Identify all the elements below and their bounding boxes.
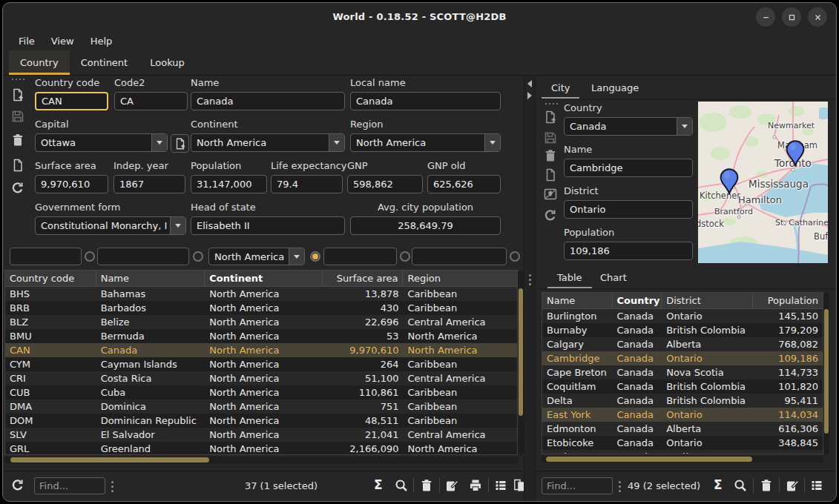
refresh-button[interactable] xyxy=(543,208,558,223)
head-of-state-input[interactable]: Elisabeth II xyxy=(191,216,345,235)
maximize-button[interactable] xyxy=(782,7,801,27)
table-row[interactable]: CYM Cayman Islands North America 264 Car… xyxy=(5,357,517,371)
table-row[interactable]: CRI Costa Rica North America 51,100 Cent… xyxy=(5,371,517,385)
table-row[interactable]: Burlington Canada Ontario 145,150 xyxy=(542,309,823,323)
city-country-combobox[interactable]: Canada xyxy=(564,117,693,136)
column-header-country-code[interactable]: Country code xyxy=(5,271,96,286)
print-button[interactable] xyxy=(468,478,483,493)
city-population-input[interactable]: 109,186 xyxy=(564,242,693,260)
collapse-left-icon[interactable] xyxy=(527,80,532,87)
menu-help[interactable]: Help xyxy=(82,33,121,49)
scrollbar-thumb[interactable] xyxy=(824,309,829,434)
table-row[interactable]: CUB Cuba North America 110,861 Caribbean xyxy=(5,385,517,399)
find-options-icon[interactable] xyxy=(111,481,113,492)
close-button[interactable] xyxy=(808,7,827,27)
column-header-surface-area[interactable]: Surface area xyxy=(323,271,404,286)
table-row[interactable]: DMA Dominica North America 751 Caribbean xyxy=(5,399,517,414)
table-row[interactable]: Calgary Canada Alberta 768,082 xyxy=(542,337,823,351)
filter-toggle-icon[interactable] xyxy=(85,251,95,262)
capital-combobox[interactable]: Ottawa xyxy=(35,133,168,152)
city-district-input[interactable]: Ontario xyxy=(564,200,693,219)
expand-right-icon[interactable] xyxy=(527,92,532,99)
gnp-old-input[interactable]: 625,626 xyxy=(427,175,501,193)
column-header-region[interactable]: Region xyxy=(403,271,517,286)
panel-splitter[interactable] xyxy=(524,76,536,501)
show-on-map-button[interactable] xyxy=(543,187,558,202)
menu-view[interactable]: View xyxy=(43,33,82,49)
indep-year-input[interactable]: 1867 xyxy=(113,175,185,193)
search-button[interactable] xyxy=(394,478,409,493)
scrollbar-thumb[interactable] xyxy=(519,288,523,416)
table-row[interactable]: SLV El Salvador North America 21,041 Cen… xyxy=(5,428,517,442)
life-expectancy-input[interactable]: 79.4 xyxy=(271,175,343,193)
chevron-down-icon[interactable] xyxy=(289,248,304,265)
table-row[interactable]: Cambridge Canada Ontario 109,186 xyxy=(542,351,823,365)
name-input[interactable]: Canada xyxy=(191,92,345,110)
government-form-combobox[interactable]: Constitutional Monarchy, I xyxy=(35,216,186,235)
table-row[interactable]: Coquitlam Canada British Colombia 101,82… xyxy=(542,379,823,394)
city-name-input[interactable]: Cambridge xyxy=(564,159,693,177)
find-input[interactable] xyxy=(34,477,105,494)
table-row[interactable]: BLZ Belize North America 22,696 Central … xyxy=(5,315,517,329)
columns-button[interactable] xyxy=(809,478,824,493)
refresh-button[interactable] xyxy=(10,478,25,493)
filter-continent-combobox[interactable]: North America xyxy=(208,248,305,265)
find-input[interactable] xyxy=(542,477,613,494)
chevron-down-icon[interactable] xyxy=(677,118,692,135)
filter-toggle-icon[interactable] xyxy=(400,251,410,262)
delete-record-button[interactable] xyxy=(10,133,25,147)
refresh-button[interactable] xyxy=(10,181,25,196)
horizontal-scrollbar[interactable] xyxy=(542,456,823,462)
table-row[interactable]: GRL Greenland North America 2,166,090 No… xyxy=(5,442,517,455)
table-row[interactable]: BMU Bermuda North America 53 North Ameri… xyxy=(5,329,517,343)
filter-country-code-input[interactable] xyxy=(10,248,82,265)
table-row[interactable]: DOM Dominican Republic North America 48,… xyxy=(5,414,517,428)
column-header-name[interactable]: Name xyxy=(96,271,205,286)
chevron-down-icon[interactable] xyxy=(170,217,185,234)
table-row[interactable]: Burnaby Canada British Colombia 179,209 xyxy=(542,323,823,337)
splitter-handle-icon[interactable] xyxy=(529,274,531,285)
save-button[interactable] xyxy=(543,130,558,145)
edit-rows-button[interactable] xyxy=(785,478,800,493)
table-row[interactable]: BRB Barbados North America 430 Caribbean xyxy=(5,301,517,315)
chevron-down-icon[interactable] xyxy=(151,134,167,151)
map-widget[interactable]: Newmarket Markham Toronto Mississauga Ki… xyxy=(698,102,828,263)
tab-lookup[interactable]: Lookup xyxy=(139,50,196,75)
column-header-continent[interactable]: Continent xyxy=(205,271,323,286)
tab-table[interactable]: Table xyxy=(547,267,592,288)
horizontal-scrollbar[interactable] xyxy=(4,457,518,463)
chevron-down-icon[interactable] xyxy=(329,134,344,151)
copy-record-button[interactable] xyxy=(10,158,25,173)
vertical-scrollbar[interactable] xyxy=(823,293,829,454)
column-header-country[interactable]: Country xyxy=(613,293,662,308)
table-row[interactable]: Delta Canada British Colombia 95,411 xyxy=(542,394,823,408)
table-row[interactable]: Etobicoke Canada Ontario 348,845 xyxy=(542,436,823,450)
table-row[interactable]: CAN Canada North America 9,970,610 North… xyxy=(5,343,517,357)
filter-active-toggle-icon[interactable] xyxy=(310,251,320,262)
delete-record-button[interactable] xyxy=(543,148,558,163)
table-row[interactable]: Cape Breton Canada Nova Scotia 114,733 xyxy=(542,365,823,379)
new-record-button[interactable] xyxy=(10,87,25,102)
delete-rows-button[interactable] xyxy=(759,478,774,493)
menu-file[interactable]: File xyxy=(10,33,43,49)
table-row[interactable]: BHS Bahamas North America 13,878 Caribbe… xyxy=(5,287,517,301)
region-combobox[interactable]: North America xyxy=(350,133,501,152)
aggregate-button[interactable]: Σ xyxy=(374,477,389,492)
tab-city[interactable]: City xyxy=(542,77,579,99)
filter-region-input[interactable] xyxy=(412,248,507,265)
tab-country[interactable]: Country xyxy=(9,50,70,75)
save-button[interactable] xyxy=(10,109,25,124)
tab-language[interactable]: Language xyxy=(582,77,648,99)
vertical-scrollbar[interactable] xyxy=(518,271,524,455)
find-options-icon[interactable] xyxy=(619,481,621,492)
continent-combobox[interactable]: North America xyxy=(191,133,345,152)
population-input[interactable]: 31,147,000 xyxy=(191,175,267,193)
local-name-input[interactable]: Canada xyxy=(350,92,501,110)
aggregate-button[interactable]: Σ xyxy=(714,477,728,492)
delete-rows-button[interactable] xyxy=(419,478,434,493)
surface-area-input[interactable]: 9,970,610 xyxy=(35,175,108,193)
filter-toggle-icon[interactable] xyxy=(510,251,520,262)
table-row[interactable]: East York Canada Ontario 114,034 xyxy=(542,408,823,422)
minimize-button[interactable] xyxy=(756,7,775,27)
search-button[interactable] xyxy=(733,478,748,493)
